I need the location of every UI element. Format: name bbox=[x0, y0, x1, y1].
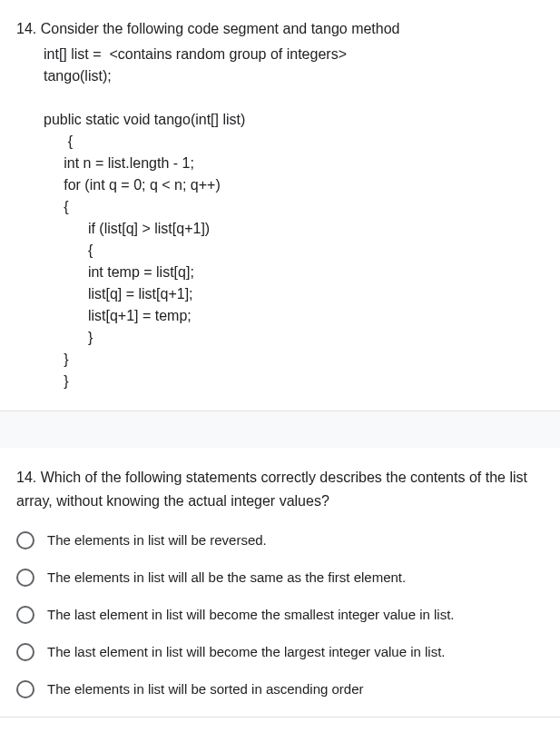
option-5[interactable]: The elements in list will be sorted in a… bbox=[16, 679, 544, 698]
code-line: for (int q = 0; q < n; q++) bbox=[64, 177, 221, 193]
option-label: The elements in list will be reversed. bbox=[47, 530, 267, 549]
code-line: } bbox=[88, 330, 93, 345]
option-1[interactable]: The elements in list will be reversed. bbox=[16, 530, 544, 549]
code-line: public static void tango(int[] list) bbox=[44, 112, 245, 127]
radio-icon bbox=[16, 531, 34, 549]
question-intro: 14. Consider the following code segment … bbox=[16, 18, 544, 40]
option-label: The last element in list will become the… bbox=[47, 642, 446, 661]
code-line: if (list[q] > list[q+1]) bbox=[88, 221, 210, 236]
code-line: int n = list.length - 1; bbox=[64, 155, 194, 171]
option-label: The last element in list will become the… bbox=[47, 605, 455, 624]
code-line: tango(list); bbox=[44, 68, 112, 84]
options-group: The elements in list will be reversed. T… bbox=[16, 530, 544, 698]
radio-icon bbox=[16, 680, 34, 698]
card-separator bbox=[0, 411, 560, 448]
option-label: The elements in list will be sorted in a… bbox=[47, 679, 364, 698]
code-line: list[q] = list[q+1]; bbox=[88, 286, 193, 302]
code-line: } bbox=[64, 351, 68, 367]
option-2[interactable]: The elements in list will all be the sam… bbox=[16, 568, 544, 587]
code-question-card: 14. Consider the following code segment … bbox=[0, 0, 560, 411]
code-line: { bbox=[68, 134, 73, 149]
code-line: { bbox=[88, 242, 93, 258]
radio-icon bbox=[16, 606, 34, 624]
question-prompt: 14. Which of the following statements co… bbox=[16, 466, 544, 512]
radio-icon bbox=[16, 569, 34, 587]
code-line: list[q+1] = temp; bbox=[88, 308, 192, 323]
code-line: } bbox=[64, 373, 68, 389]
option-3[interactable]: The last element in list will become the… bbox=[16, 605, 544, 624]
code-setup: int[] list = <contains random group of i… bbox=[16, 44, 544, 392]
option-label: The elements in list will all be the sam… bbox=[47, 568, 406, 587]
code-line: { bbox=[64, 199, 68, 214]
answer-question-card: 14. Which of the following statements co… bbox=[0, 448, 560, 717]
code-line: int temp = list[q]; bbox=[88, 264, 194, 280]
option-4[interactable]: The last element in list will become the… bbox=[16, 642, 544, 661]
radio-icon bbox=[16, 643, 34, 661]
code-line: int[] list = <contains random group of i… bbox=[44, 46, 347, 62]
